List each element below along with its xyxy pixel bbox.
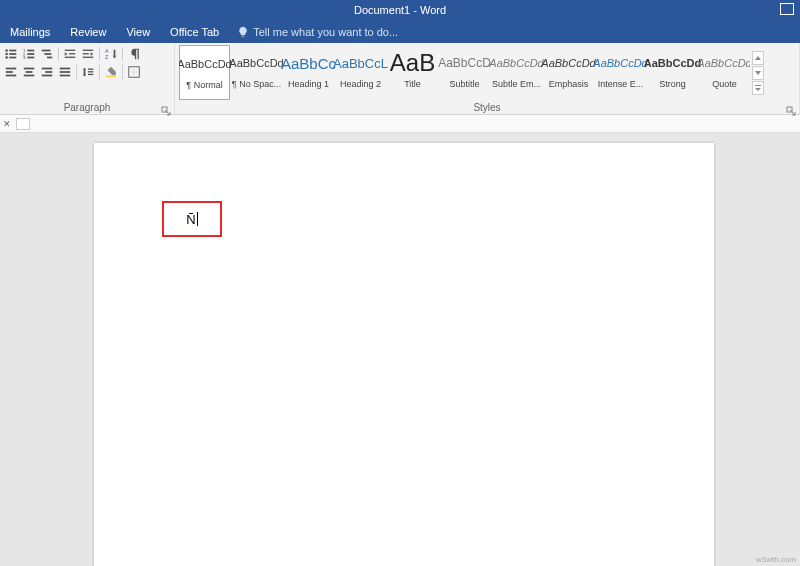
style-label: Heading 2 <box>335 79 386 89</box>
svg-rect-25 <box>6 75 17 77</box>
increase-indent-button[interactable] <box>80 46 96 62</box>
svg-rect-5 <box>9 57 16 59</box>
style-preview: AaBbCcDd <box>595 47 646 79</box>
svg-rect-36 <box>88 71 93 72</box>
bullets-button[interactable] <box>3 46 19 62</box>
style-preview: AaBbCcDd <box>699 47 750 79</box>
svg-rect-30 <box>45 71 52 73</box>
ribbon-tabs: Mailings Review View Office Tab Tell me … <box>0 20 800 43</box>
svg-rect-38 <box>106 76 117 78</box>
svg-rect-14 <box>47 57 52 59</box>
svg-rect-33 <box>60 71 71 73</box>
window-restore-icon[interactable] <box>780 3 794 15</box>
svg-point-2 <box>5 53 8 56</box>
svg-rect-20 <box>83 53 89 54</box>
tab-view[interactable]: View <box>116 20 160 43</box>
window-title: Document1 - Word <box>354 4 446 16</box>
text-cursor <box>197 212 198 226</box>
svg-rect-18 <box>83 50 94 51</box>
tab-review[interactable]: Review <box>60 20 116 43</box>
style-item-heading-1[interactable]: AaBbCcHeading 1 <box>283 45 334 100</box>
svg-rect-28 <box>24 75 35 77</box>
justify-button[interactable] <box>57 64 73 80</box>
multilevel-list-button[interactable] <box>39 46 55 62</box>
paragraph-group-label: Paragraph <box>0 102 174 113</box>
align-right-button[interactable] <box>39 64 55 80</box>
close-ruler-button[interactable]: ✕ <box>2 119 12 129</box>
svg-rect-9 <box>27 53 34 55</box>
annotation-highlight: Ñ <box>162 201 222 237</box>
borders-button[interactable] <box>126 64 142 80</box>
style-item-title[interactable]: AaBTitle <box>387 45 438 100</box>
style-preview: AaBbCcL <box>335 47 386 79</box>
styles-group: AaBbCcDd¶ NormalAaBbCcDd¶ No Spac...AaBb… <box>175 43 800 114</box>
svg-rect-15 <box>65 50 76 51</box>
style-item-emphasis[interactable]: AaBbCcDdEmphasis <box>543 45 594 100</box>
ruler-strip[interactable] <box>16 118 30 130</box>
ruler-bar: ✕ <box>0 115 800 133</box>
svg-rect-29 <box>42 68 53 70</box>
svg-rect-24 <box>6 71 13 73</box>
svg-rect-13 <box>44 53 51 55</box>
svg-rect-3 <box>9 53 16 55</box>
svg-text:A: A <box>105 48 109 54</box>
title-bar: Document1 - Word <box>0 0 800 20</box>
styles-expand-gallery[interactable] <box>752 81 764 95</box>
svg-rect-11 <box>27 57 34 59</box>
tab-mailings[interactable]: Mailings <box>0 20 60 43</box>
styles-scroll-down[interactable] <box>752 66 764 80</box>
style-item--no-spac-[interactable]: AaBbCcDd¶ No Spac... <box>231 45 282 100</box>
style-label: Strong <box>647 79 698 89</box>
svg-point-0 <box>5 49 8 52</box>
svg-rect-16 <box>65 57 76 58</box>
align-center-button[interactable] <box>21 64 37 80</box>
svg-rect-37 <box>88 74 93 75</box>
style-preview: AaB <box>387 47 438 79</box>
styles-dialog-launcher[interactable] <box>786 102 796 112</box>
style-item-heading-2[interactable]: AaBbCcLHeading 2 <box>335 45 386 100</box>
svg-rect-27 <box>26 71 33 73</box>
document-text: Ñ <box>186 212 195 227</box>
paragraph-dialog-launcher[interactable] <box>161 102 171 112</box>
numbering-button[interactable]: 123 <box>21 46 37 62</box>
style-preview: AaBbCcDd <box>491 47 542 79</box>
svg-text:Z: Z <box>105 54 109 60</box>
tab-office-tab[interactable]: Office Tab <box>160 20 229 43</box>
line-spacing-button[interactable] <box>80 64 96 80</box>
decrease-indent-button[interactable] <box>62 46 78 62</box>
svg-rect-17 <box>69 53 75 54</box>
document-workspace: Ñ <box>0 133 800 566</box>
shading-button[interactable] <box>103 64 119 80</box>
style-label: Quote <box>699 79 750 89</box>
style-item-intense-e-[interactable]: AaBbCcDdIntense E... <box>595 45 646 100</box>
document-page[interactable]: Ñ <box>94 143 714 566</box>
svg-rect-35 <box>88 69 93 70</box>
tell-me-box[interactable]: Tell me what you want to do... <box>237 26 398 38</box>
sort-button[interactable]: AZ <box>103 46 119 62</box>
style-label: Emphasis <box>543 79 594 89</box>
style-item-subtitle[interactable]: AaBbCcDSubtitle <box>439 45 490 100</box>
style-item-quote[interactable]: AaBbCcDdQuote <box>699 45 750 100</box>
align-left-button[interactable] <box>3 64 19 80</box>
svg-rect-7 <box>27 50 34 52</box>
style-label: ¶ No Spac... <box>231 79 282 89</box>
style-label: Heading 1 <box>283 79 334 89</box>
style-label: Title <box>387 79 438 89</box>
style-item-strong[interactable]: AaBbCcDdStrong <box>647 45 698 100</box>
show-paragraph-marks-button[interactable] <box>126 46 142 62</box>
svg-text:3: 3 <box>23 55 26 60</box>
styles-scroll-up[interactable] <box>752 51 764 65</box>
style-label: Subtle Em... <box>491 79 542 89</box>
svg-point-4 <box>5 56 8 59</box>
watermark-text: w3wth.com <box>756 555 796 564</box>
paragraph-group: 123 AZ Paragraph <box>0 43 175 114</box>
svg-rect-19 <box>83 57 94 58</box>
style-item-subtle-em-[interactable]: AaBbCcDdSubtle Em... <box>491 45 542 100</box>
svg-rect-43 <box>755 85 761 86</box>
style-item--normal[interactable]: AaBbCcDd¶ Normal <box>179 45 230 100</box>
svg-rect-32 <box>60 68 71 70</box>
svg-rect-34 <box>60 75 71 77</box>
svg-rect-26 <box>24 68 35 70</box>
style-preview: AaBbCcDd <box>543 47 594 79</box>
style-preview: AaBbCcDd <box>180 48 229 80</box>
